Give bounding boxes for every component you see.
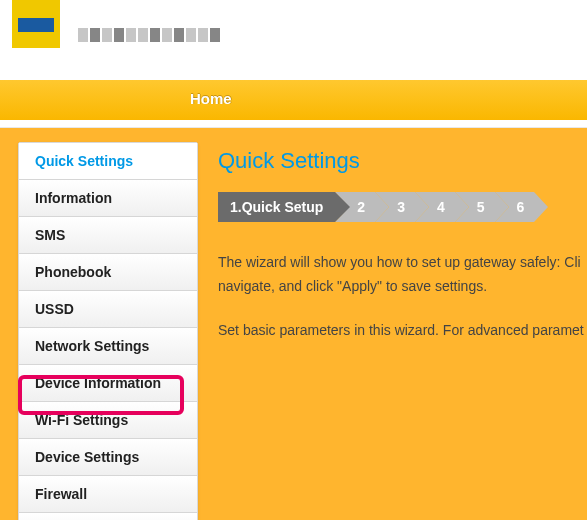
text-line: navigate, and click "Apply" to save sett… [218, 278, 487, 294]
sidebar-item-wifi-settings[interactable]: Wi-Fi Settings [19, 402, 197, 439]
main: Quick Settings 1.Quick Setup 2 3 4 5 6 T… [218, 142, 587, 362]
logo [12, 0, 60, 48]
wizard-description-2: Set basic parameters in this wizard. For… [218, 318, 587, 342]
header [0, 0, 587, 80]
page-title: Quick Settings [218, 148, 587, 174]
nav-bar: Home [0, 80, 587, 120]
wizard-description-1: The wizard will show you how to set up g… [218, 250, 587, 298]
sidebar-item-quick-settings[interactable]: Quick Settings [19, 143, 197, 180]
sidebar-item-sms[interactable]: SMS [19, 217, 197, 254]
step-1[interactable]: 1.Quick Setup [218, 192, 335, 222]
text-line: The wizard will show you how to set up g… [218, 254, 581, 270]
sub-bar [0, 120, 587, 128]
sidebar-item-ussd[interactable]: USSD [19, 291, 197, 328]
nav-tab-home[interactable]: Home [190, 80, 232, 120]
sidebar-item-network-settings[interactable]: Network Settings [19, 328, 197, 365]
sidebar-item-router-settings[interactable]: Router Settings [19, 513, 197, 520]
sidebar: Quick Settings Information SMS Phonebook… [18, 142, 198, 520]
logo-inner [18, 18, 54, 32]
wizard-steps: 1.Quick Setup 2 3 4 5 6 [218, 192, 587, 222]
sidebar-item-phonebook[interactable]: Phonebook [19, 254, 197, 291]
header-obscured-text [78, 28, 220, 42]
content-area: Quick Settings Information SMS Phonebook… [0, 128, 587, 520]
sidebar-item-device-information[interactable]: Device Information [19, 365, 197, 402]
sidebar-item-device-settings[interactable]: Device Settings [19, 439, 197, 476]
sidebar-item-information[interactable]: Information [19, 180, 197, 217]
sidebar-item-firewall[interactable]: Firewall [19, 476, 197, 513]
